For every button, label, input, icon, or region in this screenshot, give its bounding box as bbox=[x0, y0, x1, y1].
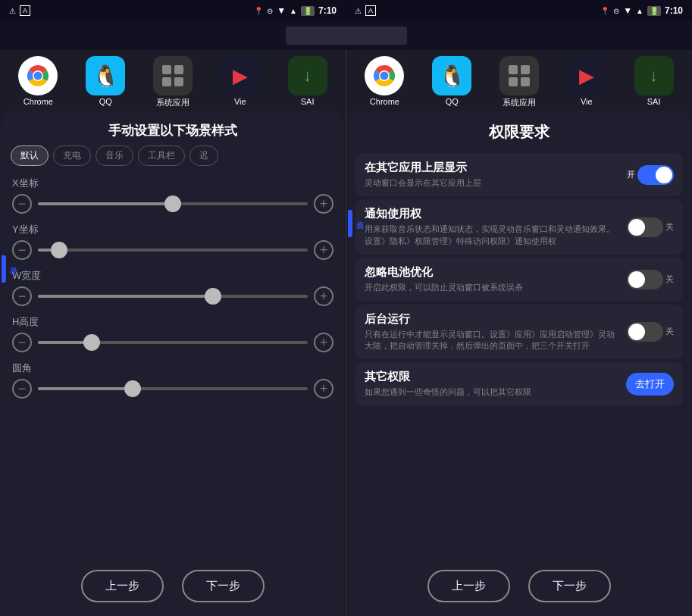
slider-radius-label: 圆角 bbox=[12, 361, 333, 375]
slider-h: H高度 − + bbox=[12, 315, 333, 352]
svg-rect-13 bbox=[509, 77, 518, 86]
toggle-battery[interactable]: 关 bbox=[627, 270, 674, 289]
right-back-button[interactable]: 上一步 bbox=[427, 570, 510, 602]
svg-rect-4 bbox=[162, 65, 171, 74]
chrome-label-left: Chrome bbox=[23, 97, 53, 106]
right-next-button[interactable]: 下一步 bbox=[528, 570, 611, 602]
slider-y-plus[interactable]: + bbox=[314, 240, 333, 260]
svg-rect-6 bbox=[162, 77, 171, 86]
system-label-right: 系统应用 bbox=[503, 97, 536, 108]
chrome-label-right: Chrome bbox=[370, 97, 399, 106]
system-label-left: 系统应用 bbox=[156, 97, 189, 108]
svg-rect-11 bbox=[509, 65, 518, 74]
status-time-right: 7:10 bbox=[665, 5, 683, 16]
app-icon-sai-left[interactable]: ↓ SAI bbox=[279, 56, 336, 108]
slider-y: Y坐标 − + bbox=[12, 223, 333, 260]
app-icon-vie-left[interactable]: ▶ Vie bbox=[211, 56, 268, 108]
perm-item-notification: 通知使用权 用来获取音乐状态和通知状态，实现灵动音乐窗口和灵动通知效果。设置》隐… bbox=[355, 199, 683, 255]
perm-item-background: 后台运行 只有在运行中才能显示灵动窗口。设置》应用》应用启动管理》灵动大陆，把自… bbox=[355, 305, 683, 360]
perm-text-battery: 忽略电池优化 开启此权限，可以防止灵动窗口被系统误杀 bbox=[365, 265, 621, 293]
right-screen: Chrome 🐧 QQ 系统应用 bbox=[346, 50, 692, 616]
slider-w: W宽度 − + bbox=[12, 269, 333, 306]
slider-y-minus[interactable]: − bbox=[12, 240, 32, 260]
slider-w-plus[interactable]: + bbox=[314, 286, 333, 306]
svg-rect-14 bbox=[521, 77, 530, 86]
left-screen: Chrome 🐧 QQ 系统应用 bbox=[0, 50, 346, 616]
slider-h-track[interactable] bbox=[38, 341, 308, 344]
right-app-panel: 灵动 权限要求 在其它应用上层显示 灵动窗口会显示在其它应用上层 开 bbox=[348, 111, 690, 616]
status-time-left: 7:10 bbox=[318, 5, 337, 16]
svg-point-3 bbox=[34, 72, 42, 80]
slider-h-minus[interactable]: − bbox=[12, 333, 32, 352]
app-icon-system-left[interactable]: 系统应用 bbox=[144, 56, 201, 108]
sai-label-left: SAI bbox=[301, 97, 315, 106]
tab-music[interactable]: 音乐 bbox=[96, 145, 133, 166]
slider-h-label: H高度 bbox=[12, 315, 333, 329]
svg-point-10 bbox=[380, 72, 389, 80]
toggle-on-label-overlay: 开 bbox=[627, 169, 635, 180]
slider-x-label: X坐标 bbox=[12, 177, 333, 190]
perm-text-notification: 通知使用权 用来获取音乐状态和通知状态，实现灵动音乐窗口和灵动通知效果。设置》隐… bbox=[365, 207, 621, 247]
app-icon-vie-right[interactable]: ▶ Vie bbox=[558, 56, 615, 108]
tab-default[interactable]: 默认 bbox=[11, 145, 49, 166]
tabs-row: 默认 充电 音乐 工具栏 迟 bbox=[2, 145, 344, 174]
right-bottom-buttons: 上一步 下一步 bbox=[348, 559, 690, 616]
vie-label-right: Vie bbox=[581, 97, 593, 106]
slider-radius: 圆角 − + bbox=[12, 361, 333, 399]
perm-title-battery: 忽略电池优化 bbox=[365, 265, 621, 280]
perm-item-battery: 忽略电池优化 开启此权限，可以防止灵动窗口被系统误杀 关 bbox=[355, 258, 683, 301]
permissions-list: 在其它应用上层显示 灵动窗口会显示在其它应用上层 开 通知使用权 用来获取音乐 bbox=[348, 150, 690, 559]
tab-charge[interactable]: 充电 bbox=[53, 145, 91, 166]
svg-rect-12 bbox=[521, 65, 530, 74]
app-icon-chrome-right[interactable]: Chrome bbox=[356, 56, 413, 108]
app-icon-qq-right[interactable]: 🐧 QQ bbox=[424, 56, 481, 108]
perm-title-other: 其它权限 bbox=[365, 370, 620, 384]
app-icon-qq-left[interactable]: 🐧 QQ bbox=[77, 56, 134, 108]
toggle-background[interactable]: 关 bbox=[627, 322, 674, 342]
perm-desc-other: 如果您遇到一些奇怪的问题，可以把其它权限 bbox=[365, 386, 620, 398]
slider-w-track[interactable] bbox=[38, 295, 308, 298]
perm-text-background: 后台运行 只有在运行中才能显示灵动窗口。设置》应用》应用启动管理》灵动大陆，把自… bbox=[365, 312, 621, 352]
perm-item-other: 其它权限 如果您遇到一些奇怪的问题，可以把其它权限 去打开 bbox=[355, 362, 683, 405]
right-panel-title: 权限要求 bbox=[348, 111, 690, 150]
perm-title-notification: 通知使用权 bbox=[365, 207, 621, 221]
perm-desc-battery: 开启此权限，可以防止灵动窗口被系统误杀 bbox=[365, 282, 621, 293]
toggle-off-label-notification: 关 bbox=[665, 221, 674, 233]
perm-text-other: 其它权限 如果您遇到一些奇怪的问题，可以把其它权限 bbox=[365, 370, 620, 398]
perm-title-background: 后台运行 bbox=[365, 312, 621, 327]
slider-radius-plus[interactable]: + bbox=[314, 379, 333, 399]
slider-x-track[interactable] bbox=[38, 202, 308, 205]
toggle-overlay[interactable]: 开 bbox=[627, 165, 674, 185]
left-back-button[interactable]: 上一步 bbox=[81, 570, 164, 602]
tab-more[interactable]: 迟 bbox=[189, 145, 218, 166]
slider-h-plus[interactable]: + bbox=[314, 333, 333, 352]
blue-accent-bar-left bbox=[2, 255, 6, 283]
slider-y-track[interactable] bbox=[38, 249, 308, 252]
app-icon-chrome-left[interactable]: Chrome bbox=[10, 56, 67, 108]
slider-radius-track[interactable] bbox=[38, 387, 308, 390]
app-icons-row-left: Chrome 🐧 QQ 系统应用 bbox=[0, 50, 346, 111]
slider-w-label: W宽度 bbox=[12, 269, 333, 283]
qq-label-left: QQ bbox=[99, 97, 112, 106]
left-bottom-buttons: 上一步 下一步 bbox=[2, 559, 344, 616]
tab-toolbar[interactable]: 工具栏 bbox=[138, 145, 185, 166]
sliders-section: X坐标 − + Y坐标 − bbox=[2, 174, 344, 559]
toggle-notification[interactable]: 关 bbox=[627, 217, 674, 237]
app-icon-sai-right[interactable]: ↓ SAI bbox=[625, 56, 682, 108]
perm-action-other[interactable]: 去打开 bbox=[626, 373, 674, 396]
perm-desc-background: 只有在运行中才能显示灵动窗口。设置》应用》应用启动管理》灵动大陆，把自动管理关掉… bbox=[365, 329, 621, 352]
slider-w-minus[interactable]: − bbox=[12, 286, 32, 306]
slider-x: X坐标 − + bbox=[12, 177, 333, 214]
perm-title-overlay: 在其它应用上层显示 bbox=[365, 161, 621, 175]
perm-text-overlay: 在其它应用上层显示 灵动窗口会显示在其它应用上层 bbox=[365, 161, 621, 189]
slider-x-minus[interactable]: − bbox=[12, 194, 32, 214]
app-icon-system-right[interactable]: 系统应用 bbox=[490, 56, 547, 108]
slider-radius-minus[interactable]: − bbox=[12, 379, 32, 399]
slider-x-plus[interactable]: + bbox=[314, 194, 333, 214]
left-next-button[interactable]: 下一步 bbox=[182, 570, 265, 602]
perm-desc-overlay: 灵动窗口会显示在其它应用上层 bbox=[365, 177, 621, 189]
left-app-panel: 灵动 手动设置以下场景样式 默认 充电 音乐 工具栏 迟 X坐标 − bbox=[2, 111, 344, 616]
blue-accent-bar-right bbox=[348, 210, 352, 237]
qq-label-right: QQ bbox=[446, 97, 459, 106]
sai-label-right: SAI bbox=[647, 97, 661, 106]
